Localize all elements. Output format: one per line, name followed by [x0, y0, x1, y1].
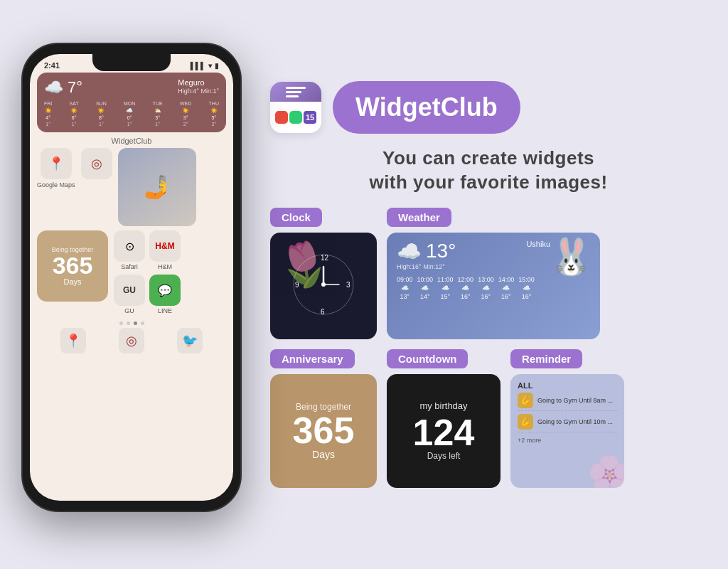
logo-dot-red [275, 111, 288, 124]
weather-forecast-row: FRI ☀️ 4° 1° SAT ☀️ 6° 1° SUN [44, 101, 219, 127]
flowers-decoration: 🌸 [587, 454, 624, 488]
phone-bottom-grid: Being together 365 Days ⊙ Safari H&M [30, 228, 233, 317]
clock-face: 12 3 6 9 [288, 249, 359, 323]
svg-text:12: 12 [321, 254, 329, 262]
bottom-icon-1[interactable]: 📍 [60, 328, 86, 353]
countdown-category: Countdown my birthday 124 Days left [387, 349, 500, 488]
clock-label[interactable]: Clock [270, 208, 322, 227]
gu-icon[interactable]: GU [114, 275, 145, 306]
safari-icon[interactable]: ⊙ [114, 230, 145, 262]
app-title: WidgetClub [355, 92, 498, 122]
countdown-number: 124 [413, 414, 475, 451]
weather-category: Weather 🐰 ☁️ 13° Ushiku High:16° Min:12° [387, 208, 600, 339]
logo-line-1 [286, 87, 306, 89]
reminder-icon-2: 💪 [518, 414, 533, 430]
google-maps-icon: 📍 Google Maps [37, 148, 75, 226]
dot-4 [141, 321, 144, 325]
tagline: You can create widgets with your favorit… [270, 147, 707, 195]
logo-dot-green [289, 111, 302, 124]
cloud-hour-1: ☁️ [401, 284, 409, 292]
logo-line-2 [286, 91, 301, 93]
safari-label: Safari [121, 263, 138, 270]
status-icons: ▌▌▌ ▾ ▮ [191, 62, 219, 70]
status-time: 2:41 [44, 61, 60, 70]
weather-hours-row: 09:00 ☁️ 13° 10:00 ☁️ 14° 11:00 [397, 276, 590, 300]
sun-icon5: ☀️ [210, 107, 218, 114]
weather-temp-display: ☁️ 7° [44, 78, 82, 97]
reminder-text-2: Going to Gym Until 10m ... [537, 418, 617, 425]
reminder-more: +2 more [518, 437, 617, 444]
forecast-fri: FRI ☀️ 4° 1° [44, 101, 52, 127]
reminder-label[interactable]: Reminder [510, 349, 582, 368]
sun-icon3: ☀️ [97, 107, 105, 114]
reminder-icon-1: 💪 [518, 393, 533, 408]
hm-label: H&M [158, 263, 172, 270]
wifi-icon: ▾ [208, 62, 212, 70]
widget-row-2: Anniversary Being together 365 Days Coun… [270, 349, 707, 488]
cloud-icon: ☁️ [44, 78, 63, 97]
logo-lines [286, 87, 306, 97]
safari-wrapper: ⊙ Safari [114, 230, 145, 270]
logo-number: 15 [304, 111, 316, 124]
phone-anniversary-widget: Being together 365 Days [37, 230, 108, 302]
reminder-text-1: Going to Gym Until 8am ... [537, 397, 617, 404]
svg-text:6: 6 [321, 308, 325, 316]
sun-icon4: ☀️ [182, 107, 189, 114]
line-wrapper: 💬 LINE [149, 275, 181, 314]
cloud-hour-4: ☁️ [461, 284, 469, 292]
svg-point-7 [321, 282, 326, 287]
forecast-tue: TUE ⛅ 3° 1° [153, 101, 163, 127]
dot-3 [134, 321, 137, 325]
countdown-label[interactable]: Countdown [387, 349, 468, 368]
cloud-icon-large: ☁️ [397, 240, 422, 263]
bunny-icon: 🐰 [549, 236, 593, 277]
weather-highlow: High:4° Min:1° [178, 87, 219, 95]
hour-1300: 13:00 ☁️ 16° [478, 276, 494, 300]
clock-svg: 12 3 6 9 [288, 249, 359, 320]
cloud-hour-2: ☁️ [421, 284, 429, 292]
gu-wrapper: GU GU [114, 275, 145, 314]
anniv-number: 365 [53, 253, 93, 277]
app-title-bubble: WidgetClub [333, 81, 520, 134]
hm-icon[interactable]: H&M [149, 230, 181, 262]
anniversary-label[interactable]: Anniversary [270, 349, 355, 368]
forecast-mon: MON ☁️ 0° 1° [124, 101, 135, 127]
clock-preview: 🌷 12 3 6 9 [270, 233, 377, 339]
cloud-hour-3: ☁️ [441, 284, 449, 292]
small-icons-row2: GU GU 💬 LINE [114, 275, 181, 314]
phone-mockup: 2:41 ▌▌▌ ▾ ▮ ☁️ 7° Meg [21, 43, 249, 526]
anniv-prev-num: 365 [293, 412, 355, 449]
anniv-prev-sub: Being together [296, 402, 351, 412]
cloud-hour-5: ☁️ [482, 284, 490, 292]
tagline-line1: You can create widgets [270, 147, 707, 171]
weather-preview: 🐰 ☁️ 13° Ushiku High:16° Min:12° 09 [387, 233, 600, 339]
phone-body: 2:41 ▌▌▌ ▾ ▮ ☁️ 7° Meg [21, 43, 242, 512]
reminder-category: Reminder ALL 💪 Going to Gym Until 8am ..… [510, 349, 624, 488]
countdown-preview: my birthday 124 Days left [387, 374, 500, 488]
forecast-sun: SUN ☀️ 8° 1° [96, 101, 107, 127]
logo-bottom: 15 [270, 102, 321, 133]
svg-text:9: 9 [295, 281, 299, 289]
line-icon[interactable]: 💬 [149, 275, 181, 306]
maps-app-icon[interactable]: 📍 [41, 148, 72, 179]
bottom-icon-2[interactable]: ◎ [119, 328, 144, 353]
weather-label[interactable]: Weather [387, 208, 451, 227]
small-icons-row1: ⊙ Safari H&M H&M [114, 230, 181, 270]
widget-row-1: Clock 🌷 12 3 6 9 [270, 208, 707, 339]
weather-location-group: Meguro High:4° Min:1° [178, 78, 219, 95]
logo-top-bar [270, 82, 321, 102]
forecast-thu: THU ☀️ 5° 2° [209, 101, 219, 127]
app-row: 📍 Google Maps ◎ 🤳 [30, 147, 233, 228]
line-label: LINE [158, 307, 172, 314]
page-dots [30, 321, 233, 325]
cloud-hour-6: ☁️ [502, 284, 510, 292]
app2-app-icon[interactable]: ◎ [81, 148, 112, 179]
dot-2 [127, 321, 130, 325]
weather-location: Meguro [178, 78, 219, 87]
sun-icon2: ☀️ [70, 107, 77, 114]
bottom-icon-3[interactable]: 🐦 [177, 328, 203, 353]
hm-wrapper: H&M H&M [149, 230, 181, 270]
hour-1500: 15:00 ☁️ 16° [518, 276, 535, 300]
phone-widgetclub-label: WidgetClub [30, 137, 233, 145]
cloud-icon3: ⛅ [154, 107, 161, 114]
